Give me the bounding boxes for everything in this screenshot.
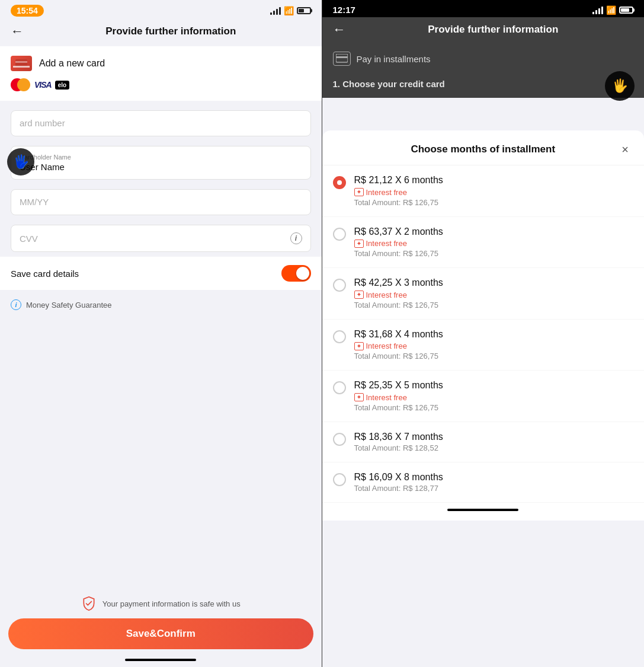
hand-icon: 🖐 (13, 154, 29, 170)
card-logos: VISA elo (11, 78, 311, 91)
interest-free-badge: ✦Interest free (354, 393, 407, 402)
installment-option[interactable]: R$ 42,25 X 3 months✦Interest freeTotal A… (322, 268, 645, 320)
cursor-overlay-right[interactable]: 🖐 (605, 71, 635, 101)
interest-free-text: Interest free (366, 342, 407, 350)
option-main-label: R$ 25,35 X 5 months (354, 380, 634, 391)
radio-button[interactable] (333, 279, 346, 292)
mastercard-logo (11, 78, 31, 91)
left-panel: 15:54 📶 ← Provide further information Ad… (0, 0, 322, 667)
modal-close-button[interactable]: × (617, 141, 633, 158)
cardholder-name-input[interactable]: Cardholder Name User Name (11, 146, 311, 180)
left-status-icons: 📶 (270, 6, 311, 15)
home-indicator (125, 659, 196, 661)
shield-icon (81, 596, 97, 611)
option-details: R$ 25,35 X 5 months✦Interest freeTotal A… (354, 380, 634, 412)
visa-logo: VISA (34, 80, 52, 90)
option-details: R$ 16,09 X 8 monthsTotal Amount: R$ 128,… (354, 472, 634, 493)
hand-icon-right: 🖐 (612, 78, 628, 94)
option-details: R$ 31,68 X 4 months✦Interest freeTotal A… (354, 329, 634, 361)
interest-free-icon: ✦ (354, 291, 364, 299)
expiry-placeholder: MM/YY (20, 197, 49, 207)
interest-free-badge: ✦Interest free (354, 342, 407, 350)
card-icon (11, 56, 32, 71)
safe-payment-row: Your payment information is safe with us (0, 589, 322, 618)
option-details: R$ 18,36 X 7 monthsTotal Amount: R$ 128,… (354, 432, 634, 452)
cardholder-value[interactable]: User Name (20, 162, 302, 172)
option-total: Total Amount: R$ 126,75 (354, 249, 634, 258)
bottom-section: Your payment information is safe with us… (0, 589, 322, 667)
save-confirm-button[interactable]: Save&Confirm (8, 618, 313, 649)
radio-button[interactable] (333, 433, 346, 446)
back-button[interactable]: ← (11, 24, 24, 39)
cursor-overlay-left: 🖐 (7, 148, 34, 175)
money-safety-icon: i (11, 299, 21, 310)
option-main-label: R$ 16,09 X 8 months (354, 472, 634, 483)
battery-icon (297, 7, 311, 14)
right-panel: 12:17 📶 ← Provide further information (322, 0, 645, 667)
option-details: R$ 42,25 X 3 months✦Interest freeTotal A… (354, 277, 634, 309)
option-details: R$ 63,37 X 2 months✦Interest freeTotal A… (354, 226, 634, 258)
installment-option[interactable]: R$ 63,37 X 2 months✦Interest freeTotal A… (322, 217, 645, 269)
interest-free-icon: ✦ (354, 240, 364, 248)
card-number-input[interactable]: ard number (11, 110, 311, 136)
add-card-section: Add a new card VISA elo (0, 46, 322, 101)
installment-options-list: R$ 21,12 X 6 months✦Interest freeTotal A… (322, 165, 645, 503)
cardholder-label: Cardholder Name (20, 154, 302, 161)
svg-rect-1 (15, 61, 27, 63)
save-card-toggle[interactable] (281, 265, 311, 282)
option-details: R$ 21,12 X 6 months✦Interest freeTotal A… (354, 175, 634, 207)
installment-option[interactable]: R$ 16,09 X 8 monthsTotal Amount: R$ 128,… (322, 462, 645, 503)
svg-rect-0 (15, 59, 27, 68)
option-total: Total Amount: R$ 128,77 (354, 484, 634, 493)
option-total: Total Amount: R$ 126,75 (354, 198, 634, 207)
modal-title: Choose months of installment (350, 143, 617, 155)
right-home-indicator (447, 509, 518, 511)
interest-free-icon: ✦ (354, 342, 364, 350)
toggle-knob (296, 267, 309, 280)
option-total: Total Amount: R$ 126,75 (354, 352, 634, 360)
modal-overlay: Choose months of installment × R$ 21,12 … (322, 0, 645, 667)
interest-free-text: Interest free (366, 239, 407, 248)
installment-modal: Choose months of installment × R$ 21,12 … (322, 130, 645, 521)
left-status-bar: 15:54 📶 (0, 0, 322, 19)
save-card-label: Save card details (11, 269, 79, 279)
option-total: Total Amount: R$ 128,52 (354, 443, 634, 452)
radio-button[interactable] (333, 381, 346, 394)
modal-header: Choose months of installment × (322, 130, 645, 165)
radio-button[interactable] (333, 228, 346, 241)
cvv-info-icon[interactable]: i (290, 232, 302, 244)
interest-free-icon: ✦ (354, 393, 364, 401)
card-number-placeholder: ard number (20, 118, 65, 128)
installment-option[interactable]: R$ 18,36 X 7 monthsTotal Amount: R$ 128,… (322, 422, 645, 462)
add-card-label[interactable]: Add a new card (39, 58, 105, 69)
option-main-label: R$ 42,25 X 3 months (354, 277, 634, 288)
installment-option[interactable]: R$ 31,68 X 4 months✦Interest freeTotal A… (322, 320, 645, 371)
interest-free-text: Interest free (366, 393, 407, 402)
money-safety-text: Money Safety Guarantee (26, 301, 112, 309)
interest-free-badge: ✦Interest free (354, 291, 407, 299)
money-safety-row: i Money Safety Guarantee (0, 295, 322, 315)
wifi-icon: 📶 (284, 6, 294, 15)
left-page-title: Provide further information (31, 25, 311, 37)
radio-button[interactable] (333, 176, 346, 189)
interest-free-text: Interest free (366, 291, 407, 299)
signal-icon (270, 7, 281, 15)
option-main-label: R$ 18,36 X 7 months (354, 432, 634, 442)
left-header: ← Provide further information (0, 19, 322, 46)
installment-option[interactable]: R$ 25,35 X 5 months✦Interest freeTotal A… (322, 371, 645, 422)
save-card-row: Save card details (0, 257, 322, 290)
interest-free-icon: ✦ (354, 188, 364, 196)
expiry-input[interactable]: MM/YY (11, 189, 311, 215)
radio-button[interactable] (333, 473, 346, 486)
safe-payment-text: Your payment information is safe with us (102, 599, 241, 608)
cvv-placeholder: CVV (20, 234, 38, 244)
radio-button[interactable] (333, 330, 346, 343)
option-total: Total Amount: R$ 126,75 (354, 403, 634, 412)
option-main-label: R$ 31,68 X 4 months (354, 329, 634, 340)
interest-free-badge: ✦Interest free (354, 239, 407, 248)
add-card-row: Add a new card (11, 56, 311, 71)
interest-free-text: Interest free (366, 188, 407, 197)
elo-logo: elo (55, 81, 69, 90)
installment-option[interactable]: R$ 21,12 X 6 months✦Interest freeTotal A… (322, 165, 645, 217)
cvv-input[interactable]: CVV i (11, 225, 311, 252)
